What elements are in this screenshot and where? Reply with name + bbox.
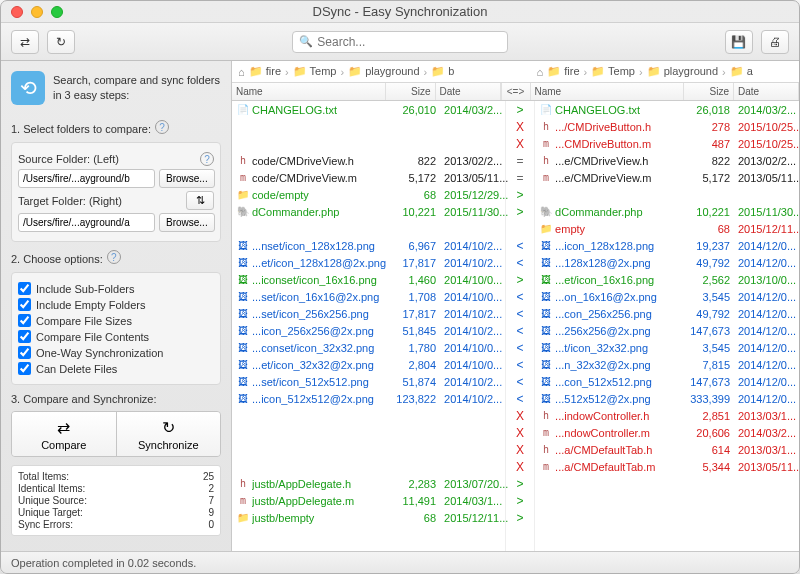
breadcrumb-seg[interactable]: 📁 fire xyxy=(249,65,281,78)
file-row[interactable] xyxy=(232,407,505,424)
file-row[interactable]: 🖼...256x256@2x.png147,6732014/12/0... xyxy=(535,322,799,339)
file-row[interactable] xyxy=(535,186,799,203)
file-row[interactable] xyxy=(232,458,505,475)
file-row[interactable] xyxy=(232,135,505,152)
file-row[interactable]: 🖼...con_256x256.png49,7922014/12/0... xyxy=(535,305,799,322)
close-icon[interactable] xyxy=(11,6,23,18)
help-icon[interactable]: ? xyxy=(155,120,169,134)
sync-direction-icon[interactable]: < xyxy=(506,339,534,356)
hdr-mid[interactable]: <=> xyxy=(501,83,531,100)
file-row[interactable]: 📄CHANGELOG.txt26,0182014/03/2... xyxy=(535,101,799,118)
opt-emptyfolders[interactable]: Include Empty Folders xyxy=(18,298,214,311)
sync-direction-icon[interactable]: < xyxy=(506,322,534,339)
hdr-size-left[interactable]: Size xyxy=(386,83,436,100)
sync-direction-icon[interactable]: < xyxy=(506,254,534,271)
swap-button[interactable]: ⇅ xyxy=(186,191,214,210)
breadcrumb-seg[interactable]: 📁 b xyxy=(431,65,454,78)
opt-filesizes[interactable]: Compare File Sizes xyxy=(18,314,214,327)
sync-direction-icon[interactable]: > xyxy=(506,475,534,492)
file-row[interactable]: 🖼...n_32x32@2x.png7,8152014/12/0... xyxy=(535,356,799,373)
file-row[interactable]: 🖼...set/icon_16x16@2x.png1,7082014/10/0.… xyxy=(232,288,505,305)
sync-direction-icon[interactable]: X xyxy=(506,118,534,135)
file-row[interactable]: 🖼...t/icon_32x32.png3,5452014/12/0... xyxy=(535,339,799,356)
file-row[interactable]: 🖼...on_16x16@2x.png3,5452014/12/0... xyxy=(535,288,799,305)
sync-toolbar-button[interactable]: ↻ xyxy=(47,30,75,54)
file-row[interactable]: 🐘dCommander.php10,2212015/11/30... xyxy=(535,203,799,220)
hdr-size-right[interactable]: Size xyxy=(684,83,734,100)
right-pane[interactable]: 📄CHANGELOG.txt26,0182014/03/2...h.../CMD… xyxy=(535,101,799,551)
file-row[interactable]: 🖼...con_512x512.png147,6732014/12/0... xyxy=(535,373,799,390)
file-row[interactable]: 🖼...et/icon_128x128@2x.png17,8172014/10/… xyxy=(232,254,505,271)
breadcrumb-seg[interactable]: 📁 fire xyxy=(547,65,579,78)
file-row[interactable]: 🖼...iconset/icon_16x16.png1,4602014/10/0… xyxy=(232,271,505,288)
save-toolbar-button[interactable]: 💾 xyxy=(725,30,753,54)
file-row[interactable]: 🐘dCommander.php10,2212015/11/30... xyxy=(232,203,505,220)
file-row[interactable]: hjustb/AppDelegate.h2,2832013/07/20... xyxy=(232,475,505,492)
opt-oneway[interactable]: One-Way Synchronization xyxy=(18,346,214,359)
file-row[interactable]: m...a/CMDefaultTab.m5,3442013/05/11... xyxy=(535,458,799,475)
compare-toolbar-button[interactable]: ⇄ xyxy=(11,30,39,54)
file-row[interactable]: m...e/CMDriveView.m5,1722013/05/11... xyxy=(535,169,799,186)
search-input[interactable] xyxy=(317,35,500,49)
file-row[interactable]: hcode/CMDriveView.h8222013/02/2... xyxy=(232,152,505,169)
sync-direction-icon[interactable] xyxy=(506,220,534,237)
sync-direction-icon[interactable]: = xyxy=(506,152,534,169)
file-row[interactable]: 🖼...et/icon_32x32@2x.png2,8042014/10/0..… xyxy=(232,356,505,373)
file-row[interactable] xyxy=(232,118,505,135)
compare-button[interactable]: ⇄Compare xyxy=(12,412,117,456)
sync-direction-icon[interactable]: > xyxy=(506,271,534,288)
sync-direction-icon[interactable]: > xyxy=(506,203,534,220)
file-row[interactable]: 🖼...icon_128x128.png19,2372014/12/0... xyxy=(535,237,799,254)
file-row[interactable]: h...e/CMDriveView.h8222013/02/2... xyxy=(535,152,799,169)
zoom-icon[interactable] xyxy=(51,6,63,18)
opt-filecontents[interactable]: Compare File Contents xyxy=(18,330,214,343)
file-row[interactable]: 📁justb/bempty682015/12/11... xyxy=(232,509,505,526)
file-row[interactable] xyxy=(232,424,505,441)
sync-direction-icon[interactable]: > xyxy=(506,101,534,118)
sync-direction-icon[interactable]: X xyxy=(506,458,534,475)
synchronize-button[interactable]: ↻Synchronize xyxy=(117,412,221,456)
target-path-input[interactable] xyxy=(18,213,155,232)
opt-subfolders[interactable]: Include Sub-Folders xyxy=(18,282,214,295)
sync-direction-icon[interactable]: = xyxy=(506,169,534,186)
file-row[interactable]: mcode/CMDriveView.m5,1722013/05/11... xyxy=(232,169,505,186)
sync-direction-icon[interactable]: < xyxy=(506,237,534,254)
sync-direction-icon[interactable]: X xyxy=(506,407,534,424)
file-row[interactable] xyxy=(535,475,799,492)
file-row[interactable]: h.../CMDriveButton.h2782015/10/25... xyxy=(535,118,799,135)
sync-direction-icon[interactable]: > xyxy=(506,492,534,509)
browse-source-button[interactable]: Browse... xyxy=(159,169,215,188)
file-row[interactable] xyxy=(535,509,799,526)
file-row[interactable]: 🖼...icon_256x256@2x.png51,8452014/10/2..… xyxy=(232,322,505,339)
file-row[interactable]: 🖼...128x128@2x.png49,7922014/12/0... xyxy=(535,254,799,271)
sync-direction-icon[interactable]: X xyxy=(506,424,534,441)
sync-direction-icon[interactable]: < xyxy=(506,288,534,305)
sync-direction-icon[interactable]: X xyxy=(506,135,534,152)
file-row[interactable]: mjustb/AppDelegate.m11,4912014/03/1... xyxy=(232,492,505,509)
file-row[interactable]: h...a/CMDefaultTab.h6142013/03/1... xyxy=(535,441,799,458)
file-row[interactable]: 🖼...nset/icon_128x128.png6,9672014/10/2.… xyxy=(232,237,505,254)
file-row[interactable] xyxy=(232,441,505,458)
file-row[interactable]: 🖼...conset/icon_32x32.png1,7802014/10/0.… xyxy=(232,339,505,356)
help-icon[interactable]: ? xyxy=(107,250,121,264)
left-pane[interactable]: 📄CHANGELOG.txt26,0102014/03/2... hcode/C… xyxy=(232,101,505,551)
hdr-name-right[interactable]: Name xyxy=(531,83,685,100)
breadcrumb-seg[interactable]: 📁 Temp xyxy=(591,65,635,78)
source-path-input[interactable] xyxy=(18,169,155,188)
sync-direction-icon[interactable]: < xyxy=(506,390,534,407)
file-row[interactable]: h...indowController.h2,8512013/03/1... xyxy=(535,407,799,424)
file-row[interactable] xyxy=(535,492,799,509)
breadcrumb-seg[interactable]: 📁 playground xyxy=(348,65,420,78)
file-row[interactable]: 📁empty682015/12/11... xyxy=(535,220,799,237)
file-row[interactable]: 🖼...et/icon_16x16.png2,5622013/10/0... xyxy=(535,271,799,288)
minimize-icon[interactable] xyxy=(31,6,43,18)
browse-target-button[interactable]: Browse... xyxy=(159,213,215,232)
breadcrumb-seg[interactable]: 📁 playground xyxy=(647,65,719,78)
sync-direction-icon[interactable]: < xyxy=(506,373,534,390)
opt-candelete[interactable]: Can Delete Files xyxy=(18,362,214,375)
hdr-name-left[interactable]: Name xyxy=(232,83,386,100)
hdr-date-left[interactable]: Date xyxy=(436,83,501,100)
sync-direction-icon[interactable]: < xyxy=(506,356,534,373)
sync-direction-icon[interactable]: < xyxy=(506,305,534,322)
search-field[interactable]: 🔍 xyxy=(292,31,507,53)
